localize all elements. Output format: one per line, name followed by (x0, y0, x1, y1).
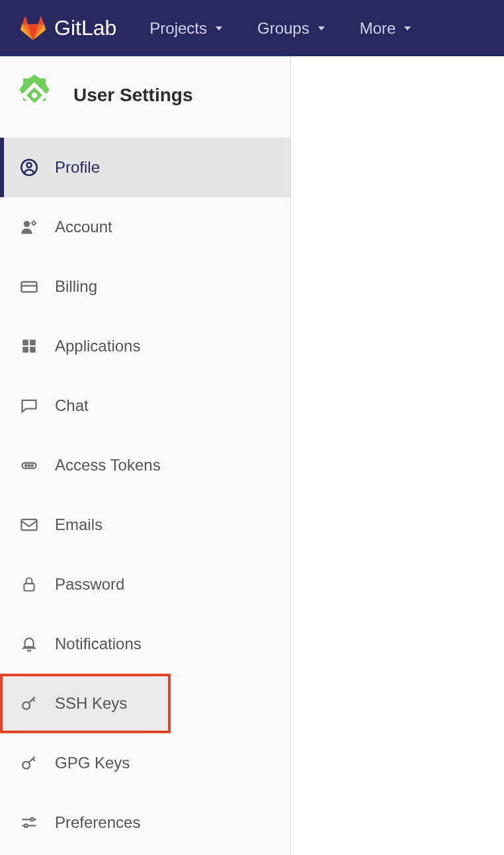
sidebar-item-applications[interactable]: Applications (0, 316, 290, 376)
sliders-icon (20, 813, 38, 832)
svg-rect-17 (21, 519, 36, 530)
sidebar-item-chat[interactable]: Chat (0, 376, 290, 435)
nav-label: Projects (149, 19, 207, 38)
svg-rect-9 (22, 339, 28, 345)
sidebar-header: User Settings (0, 56, 290, 138)
sidebar-item-billing[interactable]: Billing (0, 257, 290, 316)
key-icon (20, 754, 38, 772)
sidebar-item-label: GPG Keys (55, 754, 130, 772)
nav-projects[interactable]: Projects (149, 19, 224, 38)
bell-icon (20, 635, 38, 653)
nav-label: More (360, 19, 396, 38)
sidebar-item-notifications[interactable]: Notifications (0, 614, 290, 674)
chat-icon (20, 396, 38, 415)
sidebar-item-account[interactable]: Account (0, 197, 290, 257)
svg-rect-18 (24, 584, 34, 591)
sidebar-title: User Settings (73, 85, 193, 106)
svg-point-5 (24, 221, 30, 227)
nav-more[interactable]: More (360, 19, 413, 38)
nav-groups[interactable]: Groups (257, 19, 327, 38)
sidebar-item-label: Emails (55, 516, 103, 534)
svg-point-24 (24, 824, 28, 827)
gitlab-logo-icon (20, 15, 46, 42)
svg-point-4 (27, 163, 32, 167)
user-gear-icon (20, 218, 38, 236)
sidebar-item-emails[interactable]: Emails (0, 495, 290, 555)
sidebar-item-label: Preferences (55, 813, 140, 832)
key-icon (20, 694, 38, 713)
user-circle-icon (20, 158, 38, 177)
svg-rect-12 (30, 347, 36, 353)
sidebar-item-ssh-keys[interactable]: SSH Keys (0, 674, 171, 733)
sidebar-item-preferences[interactable]: Preferences (0, 793, 290, 852)
sidebar-item-label: SSH Keys (55, 694, 127, 713)
svg-rect-11 (22, 347, 28, 353)
brand[interactable]: GitLab (20, 15, 116, 42)
token-icon (20, 456, 38, 474)
svg-point-19 (22, 702, 30, 709)
user-settings-icon (12, 73, 57, 118)
sidebar-item-access-tokens[interactable]: Access Tokens (0, 435, 290, 495)
layout: User Settings Profile Account Billing Ap (0, 56, 504, 855)
brand-text: GitLab (54, 16, 116, 40)
svg-point-2 (32, 93, 38, 99)
chevron-down-icon (402, 23, 413, 34)
svg-point-15 (28, 465, 30, 466)
sidebar-item-label: Applications (55, 337, 140, 355)
nav-label: Groups (257, 19, 310, 38)
topbar: GitLab Projects Groups More (0, 0, 504, 56)
card-icon (20, 277, 38, 296)
svg-point-16 (32, 465, 33, 466)
svg-point-6 (32, 222, 36, 225)
sidebar-item-label: Access Tokens (55, 456, 161, 474)
sidebar-item-label: Password (55, 575, 124, 594)
sidebar-item-label: Profile (55, 158, 100, 177)
lock-icon (20, 575, 38, 594)
svg-rect-7 (21, 282, 36, 292)
sidebar: User Settings Profile Account Billing Ap (0, 56, 291, 855)
sidebar-item-gpg-keys[interactable]: GPG Keys (0, 733, 290, 793)
sidebar-item-label: Account (55, 218, 112, 236)
apps-icon (20, 337, 38, 355)
sidebar-item-label: Notifications (55, 635, 142, 653)
svg-point-20 (22, 762, 30, 769)
main-content (291, 56, 504, 855)
svg-rect-10 (30, 339, 36, 345)
sidebar-item-password[interactable]: Password (0, 555, 290, 614)
svg-point-22 (30, 818, 34, 821)
sidebar-item-label: Chat (55, 396, 89, 415)
envelope-icon (20, 516, 38, 534)
svg-point-14 (25, 465, 26, 466)
chevron-down-icon (214, 23, 224, 34)
sidebar-item-label: Billing (55, 277, 97, 296)
sidebar-item-profile[interactable]: Profile (0, 138, 290, 197)
chevron-down-icon (316, 23, 327, 34)
